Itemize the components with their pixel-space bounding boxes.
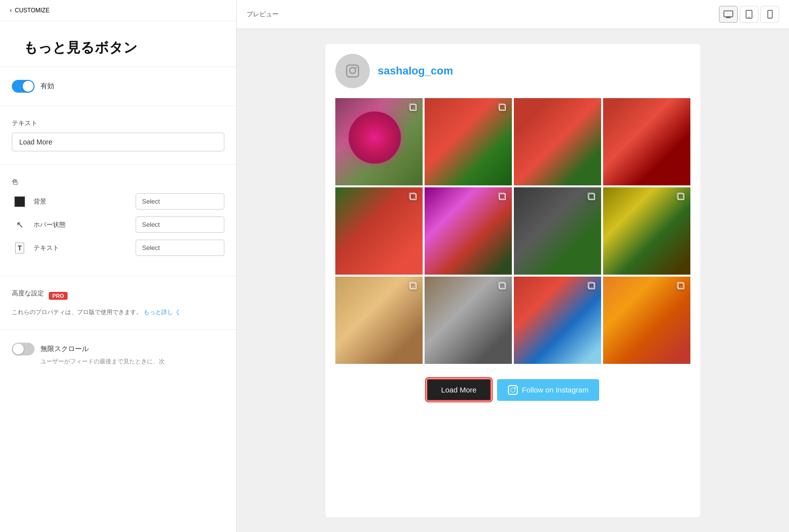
grid-item-8[interactable] bbox=[603, 187, 690, 275]
grid-item-4[interactable] bbox=[603, 98, 690, 185]
divider-2 bbox=[0, 106, 236, 106]
left-panel: ‹ CUSTOMIZE もっと見るボタン 有効 テキスト 色 背景 Select bbox=[0, 0, 237, 532]
divider-5 bbox=[0, 329, 236, 330]
preview-label: プレビュー bbox=[247, 10, 279, 19]
enabled-toggle[interactable] bbox=[12, 80, 35, 93]
svg-point-4 bbox=[749, 17, 750, 18]
profile-row: sashalog_com bbox=[335, 54, 690, 88]
grid-item-3[interactable] bbox=[514, 98, 601, 185]
instagram-icon bbox=[508, 385, 518, 395]
mobile-view-button[interactable] bbox=[760, 6, 779, 23]
device-icons bbox=[719, 6, 779, 23]
tablet-view-button[interactable] bbox=[740, 6, 758, 23]
advanced-label: 高度な設定 bbox=[12, 289, 44, 298]
advanced-row: 高度な設定 PRO bbox=[12, 289, 224, 303]
multi-icon-1 bbox=[408, 102, 419, 113]
text-icon: T bbox=[15, 243, 25, 253]
hover-label: ホバー状態 bbox=[34, 220, 136, 229]
advanced-section: 高度な設定 PRO これらのプロパティは、プロ版で使用できます。 もっと詳し く bbox=[0, 281, 236, 324]
bg-swatch bbox=[14, 196, 25, 207]
back-arrow-icon: ‹ bbox=[10, 7, 12, 14]
enabled-section: 有効 bbox=[0, 72, 236, 101]
multi-icon-12 bbox=[676, 281, 686, 291]
hover-color-row: ↖ ホバー状態 Select bbox=[12, 216, 224, 233]
back-link[interactable]: ‹ CUSTOMIZE bbox=[0, 0, 236, 21]
color-section: 色 背景 Select ↖ ホバー状態 Select T bbox=[0, 170, 236, 271]
text-section: テキスト bbox=[0, 111, 236, 159]
load-more-button[interactable]: Load More bbox=[427, 379, 492, 401]
bg-color-row: 背景 Select bbox=[12, 193, 224, 210]
more-link[interactable]: もっと詳し く bbox=[143, 309, 180, 316]
back-label: CUSTOMIZE bbox=[15, 7, 49, 14]
multi-icon-2 bbox=[497, 102, 508, 113]
grid-item-6[interactable] bbox=[425, 187, 512, 275]
grid-item-5[interactable] bbox=[335, 187, 423, 275]
profile-name[interactable]: sashalog_com bbox=[378, 65, 453, 77]
grid-item-2[interactable] bbox=[425, 98, 512, 185]
preview-content: sashalog_com bbox=[237, 29, 789, 532]
divider-1 bbox=[0, 67, 236, 67]
multi-icon-9 bbox=[408, 281, 419, 291]
grid-item-11[interactable] bbox=[514, 277, 601, 364]
text-input[interactable] bbox=[12, 133, 224, 151]
infinite-scroll-section: 無限スクロール bbox=[0, 335, 236, 355]
bg-label: 背景 bbox=[34, 197, 136, 206]
grid-item-1[interactable] bbox=[335, 98, 423, 185]
infinite-scroll-desc: ユーザーがフィードの最後まで見たときに、次 bbox=[0, 355, 236, 366]
desktop-view-button[interactable] bbox=[719, 6, 738, 23]
multi-icon-10 bbox=[497, 281, 508, 291]
enabled-label: 有効 bbox=[40, 82, 54, 91]
svg-rect-0 bbox=[724, 11, 733, 17]
image-grid bbox=[335, 98, 690, 364]
multi-icon-8 bbox=[676, 191, 686, 202]
grid-item-10[interactable] bbox=[425, 277, 512, 364]
infinite-scroll-label: 無限スクロール bbox=[40, 345, 89, 354]
advanced-desc: これらのプロパティは、プロ版で使用できます。 もっと詳し く bbox=[12, 308, 224, 317]
multi-icon-5 bbox=[408, 191, 419, 202]
grid-item-9[interactable] bbox=[335, 277, 423, 364]
action-row: Load More Follow on Instagram bbox=[335, 374, 690, 406]
svg-point-8 bbox=[350, 68, 356, 73]
hover-select[interactable]: Select bbox=[136, 216, 224, 233]
preview-bar: プレビュー bbox=[237, 0, 789, 29]
text-color-icon: T bbox=[12, 240, 28, 256]
multi-icon-11 bbox=[586, 281, 597, 291]
divider-3 bbox=[0, 164, 236, 165]
text-color-label: テキスト bbox=[34, 244, 136, 252]
pro-badge: PRO bbox=[49, 292, 68, 300]
panel-title: もっと見るボタン bbox=[12, 29, 224, 62]
divider-4 bbox=[0, 276, 236, 276]
text-color-row: T テキスト Select bbox=[12, 240, 224, 256]
instagram-widget: sashalog_com bbox=[325, 44, 700, 517]
profile-avatar bbox=[335, 54, 370, 88]
right-panel: プレビュー bbox=[237, 0, 789, 532]
grid-item-7[interactable] bbox=[514, 187, 601, 275]
svg-rect-7 bbox=[347, 65, 359, 77]
grid-item-12[interactable] bbox=[603, 277, 690, 364]
bg-select[interactable]: Select bbox=[136, 193, 224, 210]
multi-icon-7 bbox=[586, 191, 597, 202]
svg-point-9 bbox=[356, 67, 357, 69]
color-section-label: 色 bbox=[12, 177, 224, 186]
hover-color-icon: ↖ bbox=[12, 217, 28, 233]
bg-color-icon bbox=[12, 194, 28, 210]
infinite-scroll-toggle[interactable] bbox=[12, 343, 35, 355]
follow-instagram-button[interactable]: Follow on Instagram bbox=[497, 379, 599, 401]
text-select[interactable]: Select bbox=[136, 240, 224, 256]
svg-point-6 bbox=[769, 17, 770, 18]
cursor-icon: ↖ bbox=[16, 219, 24, 230]
text-field-label: テキスト bbox=[12, 119, 224, 128]
multi-icon-6 bbox=[497, 191, 508, 202]
